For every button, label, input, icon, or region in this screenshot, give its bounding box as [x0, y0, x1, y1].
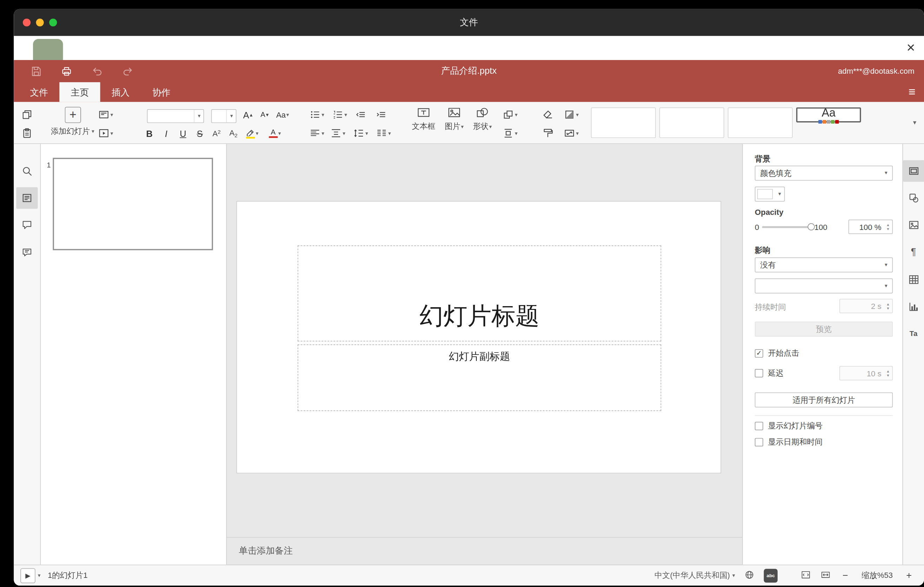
start-slideshow-status-button[interactable]: ▶: [20, 568, 35, 583]
chat-icon[interactable]: [16, 242, 38, 264]
clear-style-icon[interactable]: [541, 107, 555, 122]
superscript-button[interactable]: A2: [209, 126, 224, 140]
search-icon[interactable]: [16, 160, 38, 182]
spellcheck-icon[interactable]: abc: [764, 569, 777, 582]
gallery-expand-icon[interactable]: ▾: [907, 115, 922, 130]
subscript-button[interactable]: A2: [226, 126, 241, 140]
change-case-icon[interactable]: Aa▾: [275, 107, 290, 122]
decrease-indent-icon[interactable]: [353, 107, 368, 122]
copy-style-icon[interactable]: [541, 126, 555, 140]
document-title: 产品介绍.pptx: [14, 65, 924, 76]
canvas-area[interactable]: 幻灯片标题 幻灯片副标题: [227, 144, 742, 537]
slide-surface[interactable]: 幻灯片标题 幻灯片副标题: [236, 201, 721, 473]
background-avatar: [33, 39, 63, 60]
opacity-slider[interactable]: [762, 226, 811, 228]
theme-slide-blank-2[interactable]: [659, 107, 724, 138]
add-slide-button[interactable]: 添加幻灯片▾: [43, 126, 102, 137]
slide-settings-icon[interactable]: [903, 160, 924, 182]
font-color-icon[interactable]: A ▾: [267, 126, 282, 140]
slide-layout-icon[interactable]: ▾: [98, 107, 114, 122]
paste-icon[interactable]: [20, 126, 34, 140]
background-fill-select[interactable]: 颜色填充 ▾: [755, 166, 893, 181]
increase-font-icon[interactable]: A▴: [241, 107, 255, 122]
font-name-combobox[interactable]: ▾: [147, 109, 204, 123]
subtitle-placeholder[interactable]: 幻灯片副标题: [298, 345, 662, 411]
hamburger-menu-icon[interactable]: ≡: [909, 82, 916, 102]
copy-icon[interactable]: [20, 107, 34, 122]
start-slideshow-icon[interactable]: ▾: [98, 126, 114, 140]
slides-panel-icon[interactable]: [16, 187, 38, 209]
effect-section-label: 影响: [755, 245, 893, 256]
insert-image-button[interactable]: 图片▾: [440, 106, 468, 132]
decrease-font-icon[interactable]: A▾: [257, 107, 272, 122]
opacity-value-input[interactable]: 100 % ▴▾: [848, 220, 893, 234]
add-slide-icon[interactable]: +: [65, 107, 81, 123]
fill-color-icon[interactable]: ▾: [563, 107, 579, 122]
table-settings-icon[interactable]: [903, 269, 924, 291]
show-slide-number-label: 显示幻灯片编号: [768, 420, 823, 431]
underline-button[interactable]: U: [176, 126, 190, 140]
apply-to-all-button[interactable]: 适用于所有幻灯片: [755, 392, 893, 407]
strikeout-button[interactable]: S: [193, 126, 207, 140]
numbering-icon[interactable]: ▾: [332, 107, 347, 122]
show-date-time-checkbox[interactable]: [755, 438, 763, 446]
slide-thumbnail[interactable]: [53, 158, 213, 250]
delay-checkbox[interactable]: [755, 369, 763, 377]
line-spacing-icon[interactable]: ▾: [353, 126, 368, 140]
fit-width-icon[interactable]: [820, 569, 831, 582]
tab-file[interactable]: 文件: [18, 82, 59, 102]
image-settings-icon[interactable]: [903, 214, 924, 236]
vertical-align-icon[interactable]: ▾: [330, 126, 345, 140]
increase-indent-icon[interactable]: [374, 107, 388, 122]
show-slide-number-checkbox[interactable]: [755, 422, 763, 430]
columns-icon[interactable]: ▾: [376, 126, 391, 140]
tab-insert[interactable]: 插入: [100, 82, 141, 102]
highlight-color-icon[interactable]: ▾: [245, 126, 259, 140]
duration-input[interactable]: 2 s ▴▾: [840, 299, 893, 313]
title-placeholder[interactable]: 幻灯片标题: [298, 246, 662, 341]
effect-variant-select[interactable]: ▾: [755, 279, 893, 294]
paragraph-settings-icon[interactable]: ¶: [903, 241, 924, 263]
close-icon[interactable]: ×: [902, 39, 919, 56]
opacity-slider-knob[interactable]: [808, 223, 815, 230]
notes-area[interactable]: 单击添加备注: [227, 537, 742, 565]
font-size-combobox[interactable]: ▾: [211, 109, 237, 123]
opacity-min-label: 0: [755, 222, 759, 231]
effect-select[interactable]: 没有 ▾: [755, 257, 893, 272]
align-shape-icon[interactable]: ▾: [502, 126, 518, 140]
comments-icon[interactable]: [16, 214, 38, 236]
preview-button[interactable]: 预览: [755, 322, 893, 337]
bold-button[interactable]: B: [142, 126, 157, 140]
background-color-swatch[interactable]: ▾: [755, 187, 785, 202]
arrange-shape-icon[interactable]: ▾: [502, 107, 518, 122]
shape-settings-icon[interactable]: [903, 187, 924, 209]
spinner-icon[interactable]: ▴▾: [884, 223, 892, 231]
fit-slide-icon[interactable]: [800, 569, 811, 582]
chart-settings-icon[interactable]: [903, 296, 924, 318]
theme-slide-blank-1[interactable]: [591, 107, 656, 138]
tab-collaboration[interactable]: 协作: [141, 82, 182, 102]
start-on-click-checkbox[interactable]: ✓: [755, 349, 763, 358]
editor-header: 产品介绍.pptx adm***@dootask.com 文件 主页 插入 协作…: [14, 60, 924, 102]
chevron-down-icon[interactable]: ▾: [38, 572, 41, 578]
zoom-out-button[interactable]: −: [840, 570, 851, 581]
slide-size-icon[interactable]: ▾: [563, 126, 579, 140]
theme-slide-blank-3[interactable]: [728, 107, 793, 138]
bullets-icon[interactable]: ▾: [309, 107, 324, 122]
language-selector[interactable]: 中文(中华人民共和国) ▾: [654, 570, 735, 581]
slide-number-label: 1: [47, 161, 51, 169]
tab-home[interactable]: 主页: [59, 82, 100, 102]
text-art-settings-icon[interactable]: Ta: [903, 323, 924, 345]
globe-icon[interactable]: [744, 569, 755, 582]
opacity-section-label: Opacity: [755, 208, 893, 217]
opacity-slider-row: 0 100: [755, 220, 845, 234]
background-section-label: 背景: [755, 154, 893, 165]
chevron-down-icon: ▾: [110, 130, 113, 136]
align-icon[interactable]: ▾: [309, 126, 324, 140]
theme-slide-selected[interactable]: Aa: [796, 107, 861, 122]
italic-button[interactable]: I: [159, 126, 173, 140]
zoom-in-button[interactable]: +: [904, 570, 914, 581]
delay-input[interactable]: 10 s ▴▾: [840, 366, 893, 381]
insert-shape-button[interactable]: 形状▾: [469, 106, 497, 132]
insert-textbox-button[interactable]: 文本框: [410, 106, 437, 132]
